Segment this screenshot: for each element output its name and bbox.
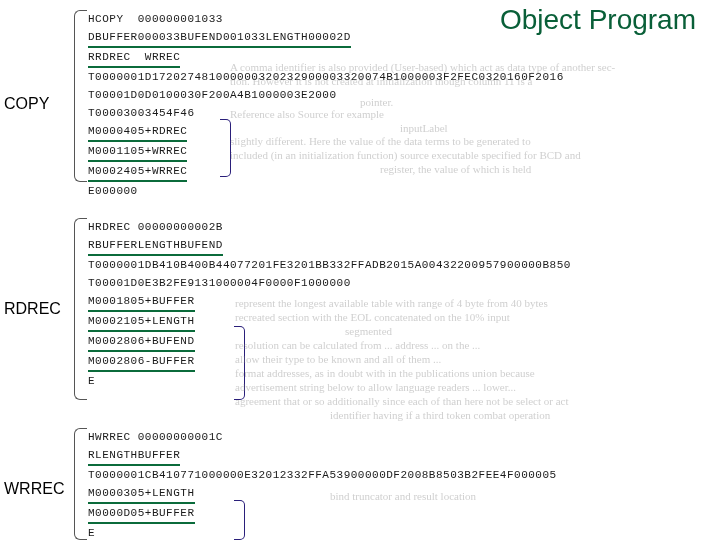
brace-icon — [74, 10, 87, 182]
underlined-text: M0001105+WRREC — [88, 142, 187, 162]
section-label: RDREC — [4, 300, 61, 318]
code-line: E000000 — [88, 182, 564, 200]
code-line: DBUFFER000033BUFEND001033LENGTH00002D — [88, 28, 564, 48]
code-line: M0001105+WRREC — [88, 142, 564, 162]
background-ghost-text: identifier having if a third token comba… — [330, 409, 550, 421]
brace-icon — [74, 218, 87, 400]
code-block: HRDREC 00000000002BRBUFFERLENGTHBUFENDT0… — [88, 218, 571, 390]
background-ghost-text: agreement that or so additionally since … — [235, 395, 569, 407]
code-line: RLENGTHBUFFER — [88, 446, 557, 466]
code-line: HRDREC 00000000002B — [88, 218, 571, 236]
code-block: HCOPY 000000001033DBUFFER000033BUFEND001… — [88, 10, 564, 200]
underlined-text: RBUFFERLENGTHBUFEND — [88, 236, 223, 256]
code-line: T0000001DB410B400B44077201FE3201BB332FFA… — [88, 256, 571, 274]
code-line: M0002105+LENGTH — [88, 312, 571, 332]
underlined-text: RLENGTHBUFFER — [88, 446, 180, 466]
code-line: T00001D0D0100030F200A4B1000003E2000 — [88, 86, 564, 104]
code-line: M0002405+WRREC — [88, 162, 564, 182]
code-line: M0002806+BUFEND — [88, 332, 571, 352]
code-line: T00003003454F46 — [88, 104, 564, 122]
code-line: T0000001D1720274810000003202329000033200… — [88, 68, 564, 86]
code-line: M0000405+RDREC — [88, 122, 564, 142]
code-line: T0000001CB410771000000E32012332FFA539000… — [88, 466, 557, 484]
underlined-text: M0002105+LENGTH — [88, 312, 195, 332]
section-label: WRREC — [4, 480, 64, 498]
code-line: M0000305+LENGTH — [88, 484, 557, 504]
code-line: HWRREC 00000000001C — [88, 428, 557, 446]
code-line: T00001D0E3B2FE9131000004F0000F1000000 — [88, 274, 571, 292]
underlined-text: M0002806-BUFFER — [88, 352, 195, 372]
code-line: HCOPY 000000001033 — [88, 10, 564, 28]
underlined-text: DBUFFER000033BUFEND001033LENGTH00002D — [88, 28, 351, 48]
code-line: M0001805+BUFFER — [88, 292, 571, 312]
underlined-text: M0000405+RDREC — [88, 122, 187, 142]
underlined-text: M0002405+WRREC — [88, 162, 187, 182]
underlined-text: M0000305+LENGTH — [88, 484, 195, 504]
code-line: E — [88, 372, 571, 390]
code-line: RRDREC WRREC — [88, 48, 564, 68]
underlined-text: RRDREC WRREC — [88, 48, 180, 68]
brace-icon — [74, 428, 87, 540]
section-label: COPY — [4, 95, 49, 113]
code-line: M0000D05+BUFFER — [88, 504, 557, 524]
code-line: E — [88, 524, 557, 540]
code-block: HWRREC 00000000001CRLENGTHBUFFERT0000001… — [88, 428, 557, 540]
code-line: RBUFFERLENGTHBUFEND — [88, 236, 571, 256]
underlined-text: M0002806+BUFEND — [88, 332, 195, 352]
code-line: M0002806-BUFFER — [88, 352, 571, 372]
underlined-text: M0001805+BUFFER — [88, 292, 195, 312]
underlined-text: M0000D05+BUFFER — [88, 504, 195, 524]
